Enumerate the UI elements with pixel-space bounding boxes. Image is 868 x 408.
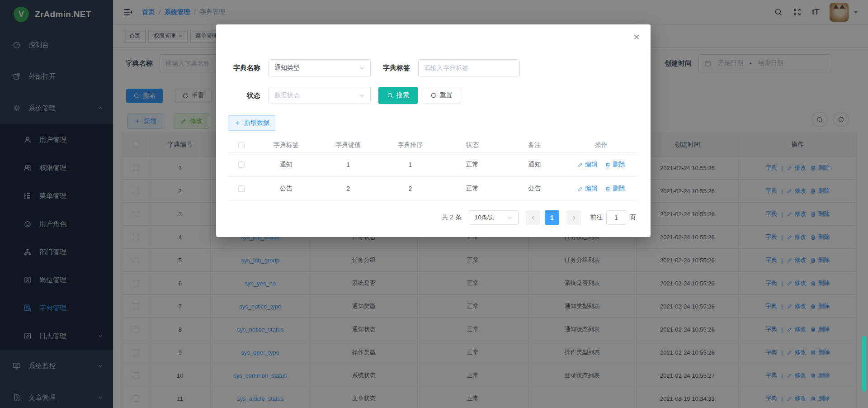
chevron-down-icon bbox=[359, 93, 365, 99]
dialog-reset-button[interactable]: 重置 bbox=[423, 87, 460, 104]
dialog-filter-row-1: 字典名称 通知类型 字典标签 bbox=[228, 59, 520, 76]
page-size-select[interactable]: 10条/页 bbox=[469, 210, 519, 225]
dict-label-label: 字典标签 bbox=[380, 64, 410, 72]
pencil-icon bbox=[577, 186, 583, 192]
status-label: 状态 bbox=[228, 91, 260, 100]
pagination-total: 共 2 条 bbox=[442, 213, 462, 222]
page-unit-label: 页 bbox=[630, 213, 636, 222]
prev-page-button[interactable] bbox=[526, 210, 540, 225]
status-select[interactable]: 数据状态 bbox=[269, 87, 371, 104]
header-dict-label: 字典标签 bbox=[255, 141, 317, 149]
table-row: 公告 2 2 正常 公告 编辑 删除 bbox=[228, 177, 637, 201]
goto-label: 前往 bbox=[590, 213, 603, 222]
dict-label-input[interactable] bbox=[418, 59, 520, 76]
cell-ops: 编辑 删除 bbox=[566, 161, 637, 169]
header-remark: 备注 bbox=[504, 141, 566, 149]
dict-data-table-body: 通知 1 1 正常 通知 编辑 删除 bbox=[228, 153, 637, 201]
row-checkbox-cell bbox=[228, 185, 255, 192]
row-checkbox-cell bbox=[228, 161, 255, 168]
chevron-right-icon bbox=[571, 215, 577, 221]
header-checkbox-cell bbox=[228, 142, 255, 148]
row-checkbox[interactable] bbox=[238, 161, 245, 168]
refresh-icon bbox=[430, 92, 437, 99]
cell-dict-label: 公告 bbox=[255, 185, 317, 193]
pagination: 共 2 条 10条/页 1 前往 页 bbox=[442, 210, 636, 225]
dict-data-dialog: × 字典名称 通知类型 字典标签 状态 数据状态 搜索 重置 bbox=[216, 24, 651, 237]
header-status: 状态 bbox=[441, 141, 503, 149]
goto-page-input[interactable] bbox=[606, 210, 626, 225]
row-edit-link[interactable]: 编辑 bbox=[577, 161, 598, 169]
cell-dict-sort: 2 bbox=[379, 185, 441, 192]
cell-dict-sort: 1 bbox=[379, 161, 441, 168]
close-icon[interactable]: × bbox=[633, 32, 640, 43]
cell-ops: 编辑 删除 bbox=[566, 185, 637, 193]
chevron-down-icon bbox=[359, 65, 365, 71]
row-delete-link[interactable]: 删除 bbox=[605, 161, 625, 169]
chevron-left-icon bbox=[530, 215, 536, 221]
cell-remark: 通知 bbox=[504, 161, 566, 169]
cell-dict-label: 通知 bbox=[255, 161, 317, 169]
header-dict-value: 字典键值 bbox=[317, 141, 379, 149]
cell-dict-value: 1 bbox=[317, 161, 379, 168]
page-number-button[interactable]: 1 bbox=[545, 210, 559, 225]
row-checkbox[interactable] bbox=[238, 185, 245, 192]
pencil-icon bbox=[577, 162, 583, 168]
cell-dict-value: 2 bbox=[317, 185, 379, 192]
row-edit-link[interactable]: 编辑 bbox=[577, 185, 598, 193]
chevron-down-icon bbox=[507, 215, 513, 221]
scrollbar-thumb[interactable] bbox=[862, 336, 866, 391]
dialog-filter-row-2: 状态 数据状态 搜索 重置 bbox=[228, 87, 460, 104]
dict-name-select[interactable]: 通知类型 bbox=[269, 59, 371, 76]
trash-icon bbox=[605, 162, 611, 168]
plus-icon bbox=[235, 120, 241, 126]
dict-data-table: 字典标签 字典键值 字典排序 状态 备注 操作 通知 1 1 正常 通知 bbox=[228, 138, 637, 201]
search-icon bbox=[387, 92, 393, 99]
header-ops: 操作 bbox=[566, 141, 637, 149]
header-dict-sort: 字典排序 bbox=[379, 141, 441, 149]
dict-data-table-header: 字典标签 字典键值 字典排序 状态 备注 操作 bbox=[228, 138, 637, 153]
row-delete-link[interactable]: 删除 bbox=[605, 185, 625, 193]
app-root: V ZrAdmin.NET 控制台 外部打开 系统管理 用户管理 权限管理 bbox=[0, 0, 868, 408]
cell-remark: 公告 bbox=[504, 185, 566, 193]
dict-name-label: 字典名称 bbox=[228, 64, 260, 72]
add-data-button[interactable]: 新增数据 bbox=[228, 115, 276, 131]
dialog-search-button[interactable]: 搜索 bbox=[378, 87, 418, 104]
next-page-button[interactable] bbox=[566, 210, 581, 225]
select-all-checkbox[interactable] bbox=[238, 142, 245, 148]
cell-status: 正常 bbox=[441, 161, 503, 169]
cell-status: 正常 bbox=[441, 185, 503, 193]
table-row: 通知 1 1 正常 通知 编辑 删除 bbox=[228, 153, 637, 177]
trash-icon bbox=[605, 186, 611, 192]
